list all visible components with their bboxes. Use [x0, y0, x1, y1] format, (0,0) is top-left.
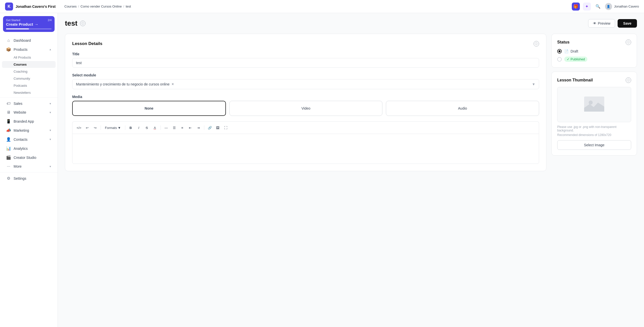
lesson-details-card: Lesson Details ⓘ Title Select module Man… [65, 34, 546, 171]
sidebar-item-coaching[interactable]: Coaching [2, 68, 56, 75]
toolbar-hr-button[interactable]: — [163, 124, 170, 131]
sidebar-item-creator-studio[interactable]: 🎬 Creator Studio [2, 153, 56, 162]
toolbar-italic-button[interactable]: I [135, 124, 142, 131]
sidebar-item-contacts[interactable]: 👤 Contacts ▼ [2, 135, 56, 144]
toolbar-redo-button[interactable]: ↪ [92, 124, 99, 131]
editor-toolbar: </> ↩ ↪ Formats ▼ B I S A [72, 121, 539, 134]
sidebar-section-main: ⌂ Dashboard 📦 Products ▲ All Products Co… [0, 35, 58, 184]
page-header: test ⓘ 👁 Preview Save [65, 19, 637, 28]
preview-eye-icon: 👁 [593, 21, 596, 25]
sparkle-button[interactable]: ✦ [583, 3, 591, 11]
sidebar-item-podcasts[interactable]: Podcasts [2, 82, 56, 89]
toolbar-sep-1 [101, 125, 101, 130]
svg-point-1 [589, 101, 593, 105]
toolbar-sep-2 [125, 125, 125, 130]
sidebar-item-community[interactable]: Community [2, 75, 56, 82]
breadcrumb-courses[interactable]: Courses [64, 5, 76, 8]
more-icon: ··· [6, 164, 11, 169]
toolbar-formats-dropdown[interactable]: Formats ▼ [103, 125, 123, 131]
sidebar-label-sales: Sales [14, 102, 22, 106]
media-audio-button[interactable]: Audio [386, 101, 539, 116]
toolbar-link-button[interactable]: 🔗 [206, 124, 213, 131]
sidebar-item-courses[interactable]: Courses [2, 61, 56, 68]
sidebar-item-marketing[interactable]: 📣 Marketing ▼ [2, 126, 56, 135]
thumbnail-info-icon[interactable]: ⓘ [626, 77, 631, 83]
module-select-wrapper: Mantenimiento y crecimiento de tu negoci… [72, 79, 539, 89]
right-panel: Status ⓘ 📄 Draft [551, 34, 637, 171]
breadcrumb-lesson-name: test [126, 5, 131, 8]
toolbar-fullscreen-button[interactable]: ⛶ [222, 124, 229, 131]
logo-area[interactable]: K Jonathan Cavero's First [5, 3, 60, 11]
sales-icon: 🏷 [6, 101, 11, 106]
sidebar-item-sales[interactable]: 🏷 Sales ▼ [2, 99, 56, 108]
sidebar-label-community: Community [14, 77, 30, 80]
thumbnail-placeholder [584, 97, 604, 113]
formats-chevron-icon: ▼ [118, 126, 121, 130]
check-icon: ✓ [567, 57, 570, 61]
sidebar-item-branded-app[interactable]: 📱 Branded App [2, 117, 56, 126]
radio-draft[interactable]: 📄 Draft [557, 49, 631, 54]
toolbar-ordered-button[interactable]: ≡ [179, 124, 186, 131]
module-clear-icon[interactable]: × [172, 82, 174, 86]
sidebar-item-newsletters[interactable]: Newsletters [2, 89, 56, 96]
media-video-button[interactable]: Video [229, 101, 383, 116]
sidebar-item-dashboard[interactable]: ⌂ Dashboard [2, 36, 56, 45]
sidebar-item-analytics[interactable]: 📊 Analytics [2, 144, 56, 153]
products-icon: 📦 [6, 47, 11, 52]
page-info-icon[interactable]: ⓘ [80, 21, 86, 26]
media-none-button[interactable]: None [72, 101, 226, 116]
module-select[interactable]: Mantenimiento y crecimiento de tu negoci… [72, 79, 539, 89]
preview-button[interactable]: 👁 Preview [588, 19, 615, 28]
editor-content[interactable] [72, 134, 539, 164]
draft-doc-icon: 📄 [564, 49, 569, 53]
marketing-icon: 📣 [6, 128, 11, 133]
search-button[interactable]: 🔍 [594, 3, 602, 11]
get-started-banner[interactable]: Get Started 2/4 Create Product → [3, 16, 55, 32]
save-button[interactable]: Save [618, 19, 637, 28]
logo-icon: K [5, 3, 13, 11]
toolbar-strikethrough-button[interactable]: S [143, 124, 150, 131]
sidebar-item-all-products[interactable]: All Products [2, 54, 56, 61]
status-info-icon[interactable]: ⓘ [626, 39, 631, 45]
toolbar-outdent-button[interactable]: ⇤ [187, 124, 194, 131]
title-label: Title [72, 52, 539, 56]
toolbar-bold-button[interactable]: B [127, 124, 134, 131]
sidebar-label-creator-studio: Creator Studio [14, 156, 36, 160]
gift-button[interactable]: 🎁 [572, 3, 580, 11]
user-menu[interactable]: 👤 Jonathan Cavero [605, 3, 639, 10]
sidebar-item-website[interactable]: 🖥 Website ▼ [2, 108, 56, 117]
toolbar-code-button[interactable]: </> [75, 124, 83, 131]
get-started-title: Create Product [6, 22, 33, 26]
main-content: test ⓘ 👁 Preview Save Lesson Details ⓘ [58, 13, 644, 327]
sidebar-label-newsletters: Newsletters [14, 91, 31, 95]
get-started-progress: 2/4 [48, 19, 52, 22]
contacts-chevron-icon: ▼ [49, 138, 52, 141]
get-started-label: Get Started [6, 19, 20, 22]
toolbar-bullet-button[interactable]: ☰ [171, 124, 178, 131]
sidebar-label-more: More [14, 164, 22, 168]
settings-icon: ⚙ [6, 176, 11, 181]
radio-published[interactable]: ✓ Published [557, 57, 631, 62]
status-card: Status ⓘ 📄 Draft [551, 34, 637, 68]
toolbar-sep-4 [204, 125, 204, 130]
sidebar-item-settings[interactable]: ⚙ Settings [2, 174, 56, 183]
lesson-details-title: Lesson Details [72, 41, 102, 46]
toolbar-indent-button[interactable]: ⇥ [195, 124, 202, 131]
title-input[interactable] [72, 58, 539, 68]
radio-published-circle [557, 57, 562, 62]
media-buttons: None Video Audio [72, 101, 539, 116]
lesson-details-info-icon[interactable]: ⓘ [534, 41, 539, 46]
toolbar-undo-button[interactable]: ↩ [84, 124, 91, 131]
user-avatar: 👤 [605, 3, 612, 10]
sidebar-item-products[interactable]: 📦 Products ▲ [2, 45, 56, 54]
select-image-button[interactable]: Select Image [557, 140, 631, 150]
company-name: Jonathan Cavero's First [16, 5, 56, 9]
creator-studio-icon: 🎬 [6, 155, 11, 160]
sidebar-item-more[interactable]: ··· More ▼ [2, 162, 56, 171]
toolbar-image-button[interactable]: 🖼 [214, 124, 221, 131]
toolbar-textcolor-button[interactable]: A [151, 124, 158, 131]
status-header: Status ⓘ [557, 39, 631, 45]
published-badge: ✓ Published [564, 57, 587, 62]
breadcrumb-sep-2: / [123, 5, 124, 8]
breadcrumb-course-name[interactable]: Como vender Cursos Online [80, 5, 122, 8]
